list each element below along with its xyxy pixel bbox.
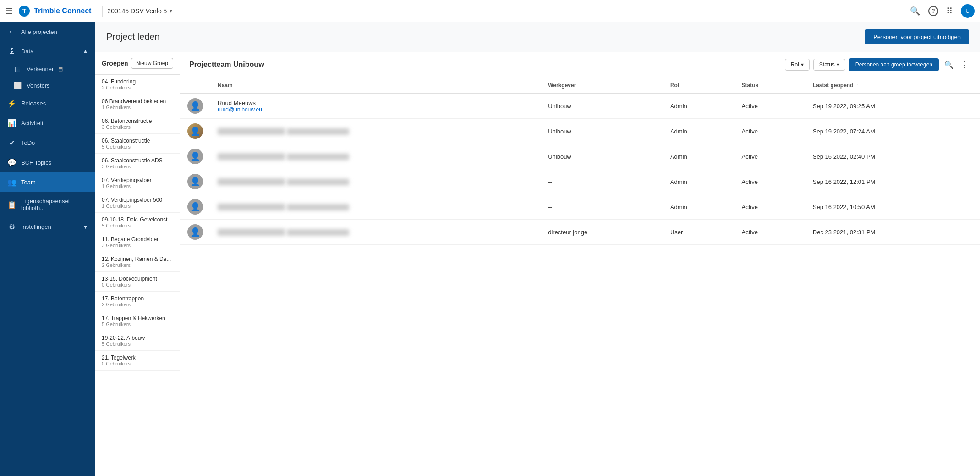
member-role: Admin (663, 194, 734, 220)
group-item[interactable]: 07. Verdiepingsvloer 1 Gebruikers (95, 173, 180, 193)
avatar: 👤 (187, 123, 203, 139)
new-group-button[interactable]: Nieuw Groep (131, 58, 173, 69)
sidebar-item-vensters[interactable]: ⬜ Vensters (0, 77, 95, 94)
back-icon: ← (7, 28, 16, 36)
status-filter-button[interactable]: Status ▾ (813, 59, 845, 71)
sidebar-item-todo[interactable]: ✔ ToDo (0, 133, 95, 153)
group-item-count: 5 Gebruikers (102, 223, 173, 228)
todo-label: ToDo (21, 139, 88, 146)
group-item[interactable]: 06 Brandwerend bekleden 1 Gebruikers (95, 94, 180, 114)
data-icon: 🗄 (7, 47, 16, 55)
member-employer: -- (541, 194, 663, 220)
groups-title: Groepen (102, 60, 128, 67)
member-role: Admin (663, 119, 734, 144)
header-icons: 🔍 ? ⠿ U (910, 4, 975, 18)
status-dropdown-icon: ▾ (837, 61, 839, 68)
group-item[interactable]: 04. Fundering 2 Gebruikers (95, 75, 180, 94)
group-item-count: 3 Gebruikers (102, 124, 173, 130)
group-item-count: 2 Gebruikers (102, 262, 173, 268)
body-split: Groepen Nieuw Groep 04. Fundering 2 Gebr… (95, 52, 980, 476)
member-last-opened: Sep 16 2022, 10:50 AM (805, 194, 980, 220)
sort-arrow-icon: ↑ (857, 83, 859, 88)
trimble-logo-icon: T (18, 5, 30, 17)
logo: T Trimble Connect (18, 5, 91, 17)
sidebar-item-activiteit[interactable]: 📊 Activiteit (0, 113, 95, 133)
group-item-count: 5 Gebruikers (102, 144, 173, 149)
add-member-button[interactable]: Personen aan groep toevoegen (849, 58, 939, 71)
member-last-opened: Sep 16 2022, 02:40 PM (805, 144, 980, 169)
group-item-count: 3 Gebruikers (102, 243, 173, 248)
sidebar-item-releases[interactable]: ⚡ Releases (0, 94, 95, 113)
member-email: ████████████████ (287, 154, 349, 160)
group-item[interactable]: 19-20-22. Afbouw 5 Gebruikers (95, 331, 180, 351)
group-item-name: 12. Kozijnen, Ramen & De... (102, 256, 173, 262)
member-last-opened: Dec 23 2021, 02:31 PM (805, 220, 980, 245)
sidebar-section-data[interactable]: 🗄 Data ▲ (0, 41, 95, 61)
search-members-button[interactable]: 🔍 (942, 59, 955, 71)
member-employer: -- (541, 169, 663, 194)
group-item-name: 21. Tegelwerk (102, 354, 173, 361)
avatar: 👤 (187, 149, 203, 164)
group-item[interactable]: 12. Kozijnen, Ramen & De... 2 Gebruikers (95, 252, 180, 272)
sidebar-item-back[interactable]: ← Alle projecten (0, 22, 95, 41)
sidebar-item-instellingen[interactable]: ⚙ Instellingen ▼ (0, 217, 95, 237)
member-avatar-cell: 👤 (180, 144, 210, 169)
group-item[interactable]: 13-15. Dockequipment 0 Gebruikers (95, 272, 180, 292)
col-last-opened[interactable]: Laatst geopend ↑ (805, 77, 980, 94)
top-header: ☰ T Trimble Connect 200145 DSV Venlo 5 ▾… (0, 0, 980, 22)
more-options-button[interactable]: ⋮ (959, 58, 971, 72)
member-status: Active (734, 144, 805, 169)
col-name: Naam (210, 77, 541, 94)
invite-button[interactable]: Personen voor project uitnodigen (865, 29, 969, 44)
member-avatar-cell: 👤 (180, 94, 210, 119)
verkenner-label: Verkenner (27, 66, 54, 72)
col-avatar (180, 77, 210, 94)
group-item[interactable]: 07. Verdiepingsvloer 500 1 Gebruikers (95, 193, 180, 213)
group-item-count: 5 Gebruikers (102, 321, 173, 327)
member-name: Ruud Meeuws (218, 100, 533, 106)
member-name: ████████████████ (218, 128, 285, 135)
activiteit-icon: 📊 (7, 119, 16, 127)
member-avatar-cell: 👤 (180, 169, 210, 194)
releases-label: Releases (21, 100, 88, 107)
group-item[interactable]: 09-10-18. Dak- Gevelconst... 5 Gebruiker… (95, 213, 180, 232)
sidebar-item-verkenner[interactable]: ▦ Verkenner ⬒ (0, 61, 95, 77)
group-item[interactable]: 06. Betonconstructie 3 Gebruikers (95, 114, 180, 134)
group-item-count: 0 Gebruikers (102, 361, 173, 366)
role-filter-button[interactable]: Rol ▾ (785, 59, 810, 71)
menu-icon[interactable]: ☰ (5, 6, 13, 16)
member-last-opened: Sep 16 2022, 12:01 PM (805, 169, 980, 194)
user-avatar[interactable]: U (961, 4, 975, 18)
member-email[interactable]: ruud@unibouw.eu (218, 106, 533, 113)
member-status: Active (734, 119, 805, 144)
activiteit-label: Activiteit (21, 120, 88, 127)
groups-header: Groepen Nieuw Groep (95, 52, 180, 75)
group-item-name: 07. Verdiepingsvloer (102, 177, 173, 183)
group-item-name: 17. Trappen & Hekwerken (102, 315, 173, 321)
project-selector[interactable]: 200145 DSV Venlo 5 ▾ (102, 6, 177, 17)
group-item[interactable]: 11. Begane Grondvloer 3 Gebruikers (95, 232, 180, 252)
group-item[interactable]: 17. Betontrappen 2 Gebruikers (95, 292, 180, 311)
group-item-count: 1 Gebruikers (102, 203, 173, 209)
help-icon[interactable]: ? (928, 6, 938, 16)
sidebar-item-eigenschappenset[interactable]: 📋 Eigenschapsenset biblioth... (0, 192, 95, 217)
group-item[interactable]: 06. Staalconstructie ADS 3 Gebruikers (95, 154, 180, 173)
member-last-opened: Sep 19 2022, 09:25 AM (805, 94, 980, 119)
group-item[interactable]: 06. Staalconstructie 5 Gebruikers (95, 134, 180, 154)
vensters-icon: ⬜ (13, 82, 22, 89)
group-item-count: 3 Gebruikers (102, 164, 173, 169)
sidebar-item-team[interactable]: 👥 Team (0, 172, 95, 192)
apps-grid-icon[interactable]: ⠿ (947, 6, 953, 16)
col-status: Status (734, 77, 805, 94)
table-row: 👤 ████████████████ ████████████████ dire… (180, 220, 980, 245)
group-item[interactable]: 17. Trappen & Hekwerken 5 Gebruikers (95, 311, 180, 331)
group-item[interactable]: 21. Tegelwerk 0 Gebruikers (95, 351, 180, 371)
search-icon[interactable]: 🔍 (910, 6, 920, 16)
team-icon: 👥 (7, 178, 16, 187)
group-item-name: 17. Betontrappen (102, 295, 173, 302)
project-name: 200145 DSV Venlo 5 (107, 7, 167, 15)
avatar: 👤 (187, 224, 203, 240)
sidebar-item-bcf-topics[interactable]: 💬 BCF Topics (0, 153, 95, 172)
bcf-icon: 💬 (7, 158, 16, 167)
member-name: ████████████████ (218, 178, 285, 185)
